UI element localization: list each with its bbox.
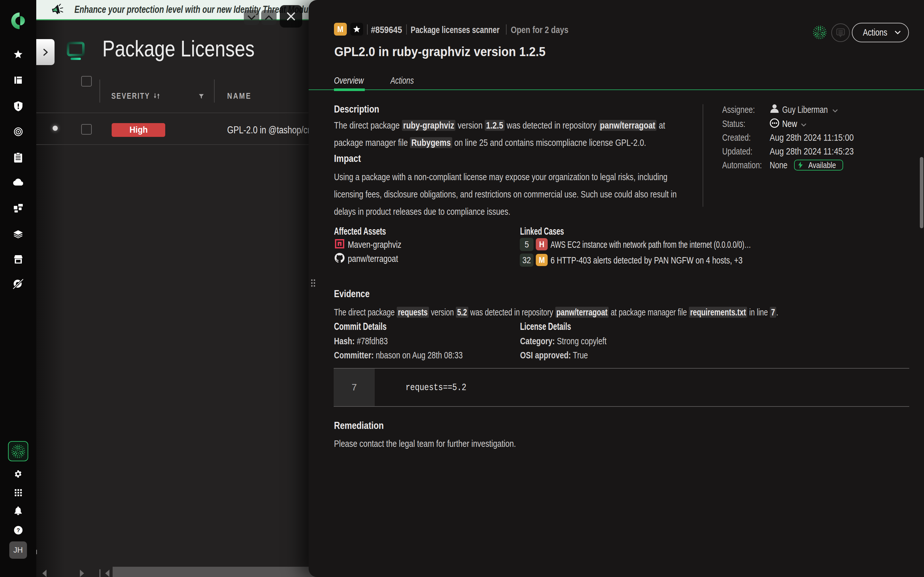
svg-text:?: ? <box>16 527 19 533</box>
